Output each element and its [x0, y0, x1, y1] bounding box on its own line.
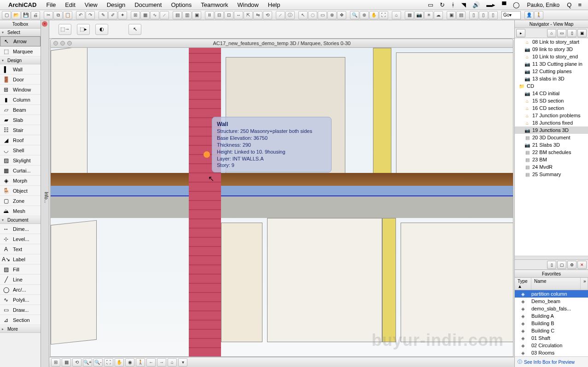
nav-tab-pub[interactable]: ▣ — [577, 29, 587, 37]
arrow-icon[interactable]: ↖ — [298, 11, 308, 19]
volume-icon[interactable]: 🔊 — [470, 1, 483, 8]
menu-help[interactable]: Help — [264, 1, 285, 8]
favorites-list[interactable]: ◈partition column◈Demo_beam◈demo_slab_fa… — [515, 290, 588, 356]
tree-item[interactable]: ⌂18 Junctions fixed — [515, 119, 588, 126]
tree-item[interactable]: ▤22 BM schedules — [515, 149, 588, 156]
nav-tab-map[interactable]: ⌂ — [547, 29, 556, 37]
pan-icon[interactable]: ✋ — [369, 11, 378, 19]
bottom-icon[interactable]: ⟲ — [72, 358, 82, 367]
tool-arrow[interactable]: ↖Arrow — [0, 36, 41, 46]
favorite-item[interactable]: ◈01 Shaft — [515, 334, 588, 342]
tool-text[interactable]: AText — [0, 244, 41, 254]
tool-beam[interactable]: ▱Beam — [0, 105, 41, 115]
tree-item[interactable]: ▤25 Summary — [515, 171, 588, 178]
tree-item[interactable]: ⌂16 CD section — [515, 104, 588, 112]
redo-button[interactable]: ↷ — [86, 11, 95, 19]
print-button[interactable]: 🖨 — [31, 11, 40, 19]
favorite-item[interactable]: ◈demo_slab_fals... — [515, 305, 588, 312]
filter-icon[interactable]: ▣ — [192, 11, 201, 19]
navigator-tree[interactable]: ⌂08 Link to story_start📷09 link to story… — [515, 38, 588, 256]
flag-icon[interactable]: ▀ — [499, 1, 509, 8]
tool-section[interactable]: ⊿Section — [0, 315, 41, 325]
copy-button[interactable]: ⧉ — [53, 11, 63, 19]
favorites-header[interactable]: Type ▲ Name » — [515, 278, 588, 290]
bottom-icon[interactable]: ▦ — [62, 358, 71, 367]
select-icon[interactable]: ▭ — [318, 11, 327, 19]
lasso-icon[interactable]: ◌ — [308, 11, 317, 19]
tool-wall[interactable]: ▌Wall — [0, 64, 41, 75]
spotlight-icon[interactable]: Q — [564, 1, 574, 8]
menu-edit[interactable]: Edit — [61, 1, 79, 8]
selmode3-button[interactable]: ◐ — [95, 24, 108, 35]
sync-icon[interactable]: ↻ — [437, 1, 448, 8]
tree-item[interactable]: 📷12 Cutting planes — [515, 68, 588, 75]
nav-tab-layout[interactable]: ▯ — [567, 29, 576, 37]
bottom-icon[interactable]: 🚶 — [136, 358, 145, 367]
col-type[interactable]: Type ▲ — [515, 278, 531, 290]
nav-btn[interactable]: ▯ — [547, 261, 556, 269]
toggle1-icon[interactable]: ▣ — [447, 11, 456, 19]
zoom-icon[interactable]: 🔍 — [350, 11, 359, 19]
viewport-3d[interactable]: ↖ Wall Structure: 250 Masonry+plaster bo… — [50, 48, 513, 357]
cut-button[interactable]: ✂ — [44, 11, 53, 19]
id-icon[interactable]: ⓘ — [285, 11, 295, 19]
menu-window[interactable]: Window — [233, 1, 263, 8]
col-name[interactable]: Name — [531, 278, 581, 290]
tool-shell[interactable]: ◡Shell — [0, 145, 41, 155]
tool-dimension[interactable]: ↔Dime... — [0, 224, 41, 234]
panel1-icon[interactable]: ▯ — [469, 11, 478, 19]
tree-item[interactable]: ▤20 3D Document — [515, 134, 588, 141]
tool-marquee[interactable]: ⬚Marquee — [0, 46, 41, 57]
bluetooth-icon[interactable]: ᚼ — [448, 1, 458, 8]
menu-document[interactable]: Document — [130, 1, 166, 8]
app-name[interactable]: ArchiCAD — [8, 1, 36, 8]
tool-drawing[interactable]: ▭Draw... — [0, 305, 41, 315]
wand-icon[interactable]: ✦ — [118, 11, 127, 19]
tool-morph[interactable]: ◈Morph — [0, 176, 41, 186]
panel2-icon[interactable]: ▯ — [479, 11, 488, 19]
tool-level[interactable]: ⊹Level... — [0, 234, 41, 244]
cursor-button[interactable]: ↖ — [128, 24, 141, 35]
viewport-titlebar[interactable]: AC17_new_features_demo_temp 3D / Marquee… — [50, 39, 513, 48]
favorite-item[interactable]: ◈Building C — [515, 327, 588, 334]
camera-icon[interactable]: 📷 — [414, 11, 424, 19]
nav-delete-button[interactable]: ✕ — [577, 261, 587, 269]
tool-skylight[interactable]: ▨Skylight — [0, 155, 41, 166]
tree-item[interactable]: 📷09 link to story 3D — [515, 46, 588, 53]
bottom-icon[interactable]: ▾ — [178, 358, 187, 367]
airplay-icon[interactable]: ▭ — [425, 1, 436, 8]
paste-button[interactable]: 📋 — [63, 11, 72, 19]
tool-door[interactable]: 🚪Door — [0, 75, 41, 85]
tool-curtain[interactable]: ▦Curtai... — [0, 166, 41, 176]
menu-teamwork[interactable]: Teamwork — [197, 1, 232, 8]
section-more[interactable]: More — [0, 325, 41, 333]
favorite-item[interactable]: ◈Building A — [515, 312, 588, 320]
tree-item[interactable]: 📷14 CD initial — [515, 90, 588, 97]
section-design[interactable]: Design — [0, 57, 41, 64]
col-menu[interactable]: » — [581, 278, 588, 290]
bottom-icon[interactable]: ◉ — [125, 358, 134, 367]
tree-item[interactable]: 📷21 Slabs 3D — [515, 141, 588, 149]
undo-button[interactable]: ↶ — [76, 11, 85, 19]
suspend-icon[interactable]: ⏸ — [205, 11, 214, 19]
tool-mesh[interactable]: ⛰Mesh — [0, 206, 41, 216]
nav-btn[interactable]: ▢ — [557, 261, 566, 269]
favorite-item[interactable]: ◈Demo_beam — [515, 298, 588, 305]
traffic-lights[interactable] — [53, 41, 72, 46]
user-icon[interactable]: ◯ — [510, 1, 523, 8]
home-icon[interactable]: ⌂ — [392, 11, 401, 19]
tool-object[interactable]: 🪑Object — [0, 186, 41, 196]
tool-fill[interactable]: ▨Fill — [0, 264, 41, 275]
selmode2-button[interactable]: ⬚▸ — [77, 24, 90, 35]
tool-arc[interactable]: ◯Arc/... — [0, 285, 41, 295]
bottom-icon[interactable]: ⛶ — [104, 358, 113, 367]
bottom-icon[interactable]: → — [157, 358, 166, 367]
new-button[interactable]: ▢ — [2, 11, 11, 19]
bottom-icon[interactable]: ⌂ — [168, 358, 177, 367]
grid-icon[interactable]: ▦ — [140, 11, 150, 19]
toggle2-icon[interactable]: ▤ — [456, 11, 466, 19]
orbit-icon[interactable]: ⊕ — [360, 11, 369, 19]
menu-file[interactable]: File — [42, 1, 60, 8]
tool-label[interactable]: A↘Label — [0, 254, 41, 264]
tool-stair[interactable]: ☷Stair — [0, 125, 41, 135]
